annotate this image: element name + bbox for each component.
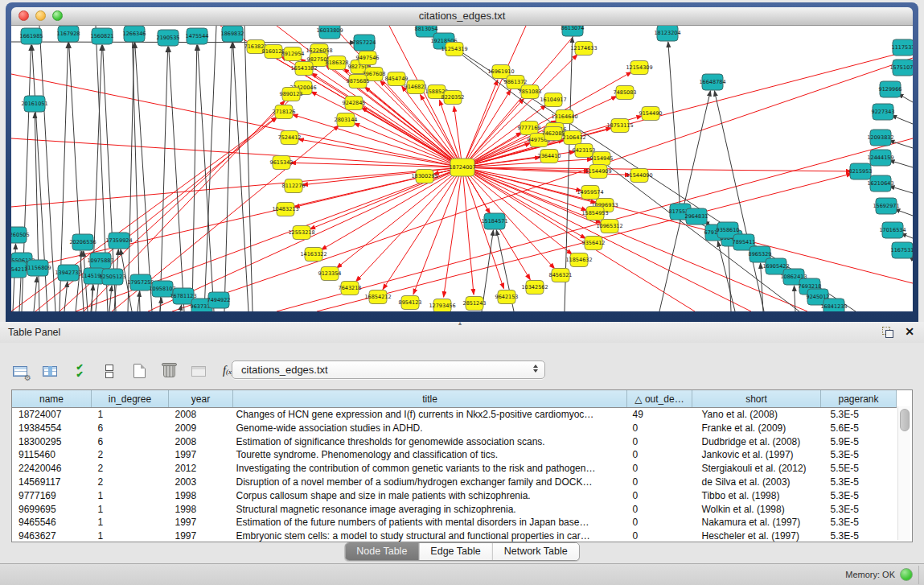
node-table-body: 1872400712008Changes of HCN gene express…: [12, 408, 897, 543]
network-canvas[interactable]: 1872400716619851167928156082112663462190…: [11, 26, 913, 311]
graph-node-label: 11156809: [24, 265, 51, 271]
graph-node-label: 16543382: [290, 65, 317, 72]
graph-node-label: 2851243: [463, 300, 487, 307]
select-columns-button[interactable]: ✔✔: [71, 362, 88, 380]
citation-edge-black: [761, 263, 763, 311]
table-panel-header: Table Panel ✕: [0, 322, 924, 344]
vertical-scrollbar[interactable]: [897, 406, 910, 540]
graph-node-label: 8454749: [385, 76, 409, 82]
tab-edge-table[interactable]: Edge Table: [418, 543, 491, 560]
table-cell: Disruption of a novel member of a sodium…: [233, 476, 627, 489]
table-row[interactable]: 911546021997Tourette syndrome. Phenomeno…: [12, 448, 897, 462]
table-cell: Hescheler et al. (1997): [692, 529, 821, 542]
column-header-pagerank[interactable]: pagerank: [821, 390, 897, 408]
table-row[interactable]: 969969511998Structural magnetic resonanc…: [12, 503, 897, 517]
disabled-table-icon: [191, 366, 206, 377]
column-header-short[interactable]: short: [692, 390, 821, 408]
citation-edge-red: [462, 167, 913, 283]
network-window-titlebar[interactable]: citations_edges.txt: [11, 7, 913, 26]
table-cell: 2: [92, 476, 169, 489]
float-panel-icon[interactable]: [882, 327, 893, 338]
graph-node-label: 7485083: [614, 89, 637, 96]
graph-node-label: 8954123: [399, 299, 422, 306]
graph-node-label: 7494922: [207, 297, 231, 303]
table-cell: 9777169: [12, 489, 92, 503]
new-document-icon: [133, 364, 146, 378]
table-cell: 1: [92, 408, 169, 422]
table-cell: 19384554: [12, 422, 92, 435]
memory-status-icon[interactable]: [900, 568, 913, 581]
table-row[interactable]: 1938455462009Genome-wide association stu…: [12, 422, 897, 435]
table-row[interactable]: 1456911722003Disruption of a novel membe…: [12, 476, 897, 489]
graph-node-label: 7462085: [542, 130, 565, 137]
column-header-name[interactable]: name: [12, 390, 92, 408]
table-cell: 0: [627, 516, 692, 529]
scrollbar-thumb[interactable]: [900, 409, 910, 431]
citation-network-graph: 1872400716619851167928156082112663462190…: [11, 26, 913, 311]
graph-node-label: 9123354: [318, 270, 342, 277]
minimize-button[interactable]: [35, 10, 46, 21]
tab-network-table[interactable]: Network Table: [492, 543, 579, 560]
graph-node-label: 9154945: [590, 155, 614, 162]
delete-table-button[interactable]: [190, 362, 207, 380]
table-row[interactable]: 1872400712008Changes of HCN gene express…: [12, 408, 897, 422]
table-tabs: Node TableEdge TableNetwork Table: [344, 542, 579, 561]
table-options-button[interactable]: ⚙: [11, 362, 29, 380]
citation-edge-red: [11, 74, 462, 167]
table-cell: 0: [627, 462, 692, 476]
close-button[interactable]: [18, 10, 29, 21]
table-cell: 6: [92, 422, 169, 435]
close-panel-icon[interactable]: ✕: [905, 325, 914, 338]
statusbar-separator: [918, 566, 919, 584]
create-column-button[interactable]: [130, 362, 148, 380]
table-cell: 1: [92, 529, 169, 542]
table-row[interactable]: 977716911998Corpus callosum shape and si…: [12, 489, 897, 503]
graph-node-label: 2964831: [685, 213, 708, 220]
graph-node-label: 1475544: [186, 33, 209, 39]
citation-edge-red: [444, 167, 462, 297]
column-header-in_degree[interactable]: in_degree: [92, 390, 169, 408]
graph-node-label: 12444159: [867, 154, 893, 161]
table-cell: 9699695: [12, 503, 92, 517]
graph-node-label: 12174633: [570, 45, 597, 51]
graph-node-label: 12505123: [99, 274, 125, 280]
graph-node-label: 15184571: [481, 218, 507, 225]
table-row[interactable]: 2242004622012Investigating the contribut…: [12, 462, 897, 476]
table-cell: Genome-wide association studies in ADHD.: [233, 422, 627, 435]
column-header-out_de[interactable]: △ out_de…: [627, 390, 692, 408]
delete-columns-button[interactable]: [160, 362, 178, 380]
node-table-header-row: namein_degreeyeartitle△ out_de…shortpage…: [12, 390, 897, 408]
graph-node-label: 1117533: [892, 44, 913, 51]
graph-node-label: 9227343: [872, 109, 895, 115]
graph-node-label: 8220352: [441, 94, 465, 101]
table-row[interactable]: 1830029562008Estimation of significance …: [12, 435, 897, 449]
table-cell: 1998: [169, 503, 233, 517]
graph-node-label: 2718126: [273, 109, 296, 115]
table-panel-title: Table Panel: [8, 327, 60, 338]
graph-node-label: 13942737: [55, 270, 81, 276]
table-cell: 0: [627, 435, 692, 449]
citation-edge-red: [290, 163, 462, 167]
column-header-title[interactable]: title: [233, 390, 627, 408]
column-header-year[interactable]: year: [169, 390, 233, 408]
table-selector-combobox[interactable]: citations_edges.txt: [232, 360, 545, 379]
row-mode-button[interactable]: [101, 362, 118, 380]
graph-node-label: 9154490: [639, 110, 663, 117]
table-cell: 14569117: [12, 476, 92, 489]
table-cell: 0: [627, 489, 692, 503]
table-cell: Corpus callosum shape and size in male p…: [233, 489, 627, 503]
citation-edge-red: [462, 167, 807, 311]
show-columns-button[interactable]: [41, 362, 59, 380]
citation-edge-black: [64, 282, 68, 311]
split-divider-handle[interactable]: ▴: [458, 319, 462, 327]
status-bar: Memory: OK: [0, 563, 924, 585]
tab-node-table[interactable]: Node Table: [345, 543, 418, 560]
column-highlight-icon: [48, 366, 52, 376]
table-row[interactable]: 946362711997Embryonic stem cells: a mode…: [12, 529, 897, 542]
table-cell: Changes of HCN gene expression and I(f) …: [233, 408, 627, 422]
checkmarks-icon: ✔✔: [76, 364, 83, 378]
graph-node-label: 6423153: [573, 147, 596, 154]
zoom-button[interactable]: [52, 10, 63, 21]
table-cell: 18300295: [12, 435, 92, 449]
table-row[interactable]: 946554611997Estimation of the future num…: [12, 516, 897, 529]
